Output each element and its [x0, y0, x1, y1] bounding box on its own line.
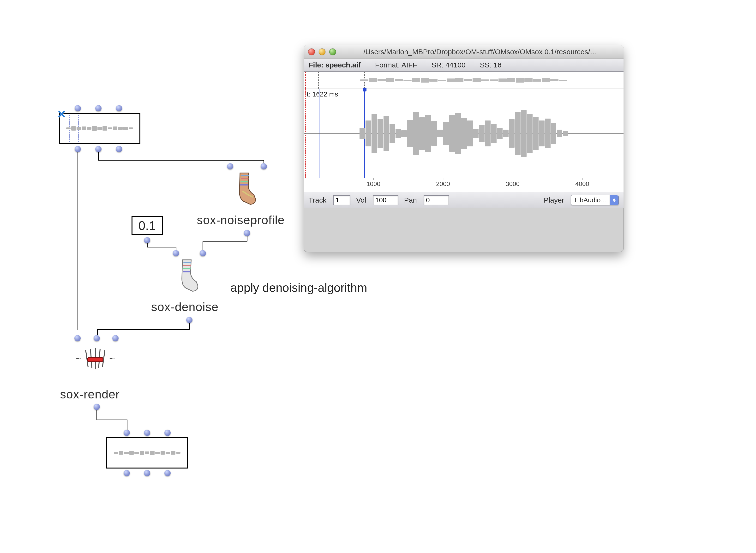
module-label-render: sox-render [60, 387, 120, 401]
outlet-port[interactable] [95, 146, 101, 152]
waveform-overview[interactable] [304, 72, 623, 89]
module-label-noiseprofile: sox-noiseprofile [197, 213, 285, 227]
waveform-area[interactable]: t: 1622 ms [304, 72, 623, 192]
sound-box-input[interactable]: ✕ [59, 113, 141, 144]
outlet-port[interactable] [186, 317, 192, 323]
format-label: Format: [375, 61, 400, 69]
inlet-port[interactable] [75, 105, 81, 111]
waveform-thumbnail [114, 449, 181, 456]
render-icon: ~ ~ [75, 346, 116, 371]
time-ruler[interactable]: 1000 2000 3000 4000 [304, 178, 623, 192]
sock-icon [230, 170, 257, 207]
window-traffic-lights[interactable] [308, 49, 336, 55]
close-icon[interactable]: ✕ [57, 110, 66, 118]
ss-label: SS: [480, 61, 492, 69]
file-info-bar: File: speech.aif Format: AIFF SR: 44100 … [304, 59, 623, 72]
ss-value: 16 [493, 61, 501, 69]
outlet-port[interactable] [144, 237, 150, 243]
outlet-port[interactable] [244, 230, 250, 236]
outlet-port[interactable] [123, 470, 130, 476]
module-label-denoise: sox-denoise [151, 300, 219, 314]
titlebar[interactable]: /Users/Marlon_MBPro/Dropbox/OM-stuff/OMs… [304, 45, 623, 59]
outlet-port[interactable] [75, 146, 81, 152]
file-name: speech.aif [325, 61, 361, 69]
ruler-tick: 4000 [575, 180, 589, 188]
pan-label: Pan [404, 196, 417, 204]
detail-waveform [359, 101, 568, 166]
waveform-detail[interactable]: t: 1622 ms [304, 89, 623, 178]
waveform-thumbnail [66, 125, 133, 132]
mini-waveform [360, 76, 567, 84]
inlet-port[interactable] [123, 429, 130, 436]
playhead-handle[interactable] [363, 88, 366, 91]
window-close-icon[interactable] [308, 49, 315, 55]
track-label: Track [309, 196, 326, 204]
inlet-port[interactable] [95, 105, 101, 111]
player-dropdown[interactable]: LibAudio... [571, 195, 619, 205]
inlet-port[interactable] [116, 105, 122, 111]
vol-label: Vol [356, 196, 366, 204]
window-zoom-icon[interactable] [329, 49, 336, 55]
outlet-port[interactable] [144, 470, 150, 476]
inlet-port[interactable] [227, 163, 233, 169]
inlet-port[interactable] [94, 335, 100, 341]
time-cursor-label: t: 1622 ms [307, 90, 338, 98]
ruler-tick: 2000 [436, 180, 450, 188]
pan-input[interactable] [424, 195, 449, 205]
inlet-port[interactable] [74, 335, 81, 341]
number-box[interactable]: 0.1 [132, 216, 163, 235]
vol-input[interactable] [373, 195, 398, 205]
sr-label: SR: [431, 61, 443, 69]
transport-controls: Track Vol Pan Player LibAudio... [304, 192, 623, 208]
inlet-port[interactable] [200, 250, 206, 256]
track-input[interactable] [333, 195, 350, 205]
inlet-port[interactable] [112, 335, 118, 341]
inlet-port[interactable] [144, 429, 150, 436]
dropdown-arrows-icon[interactable] [610, 195, 618, 205]
window-minimize-icon[interactable] [319, 49, 325, 55]
player-label: Player [544, 196, 564, 204]
sock-icon [173, 257, 199, 293]
sr-value: 44100 [445, 61, 466, 69]
outlet-port[interactable] [116, 146, 122, 152]
sound-box-output[interactable] [106, 437, 188, 469]
outlet-port[interactable] [164, 470, 171, 476]
inlet-port[interactable] [173, 250, 179, 256]
player-dropdown-value: LibAudio... [571, 196, 610, 204]
ruler-tick: 1000 [366, 180, 381, 188]
ruler-tick: 3000 [506, 180, 520, 188]
audio-editor-window[interactable]: /Users/Marlon_MBPro/Dropbox/OM-stuff/OMs… [304, 45, 623, 252]
outlet-port[interactable] [94, 404, 100, 410]
inlet-port[interactable] [164, 429, 171, 436]
window-title: /Users/Marlon_MBPro/Dropbox/OM-stuff/OMs… [336, 48, 623, 56]
annotation-text: apply denoising-algorithm [230, 281, 367, 295]
format-value: AIFF [402, 61, 417, 69]
file-label: File: [309, 61, 324, 69]
svg-rect-5 [88, 358, 103, 362]
inlet-port[interactable] [261, 163, 267, 169]
